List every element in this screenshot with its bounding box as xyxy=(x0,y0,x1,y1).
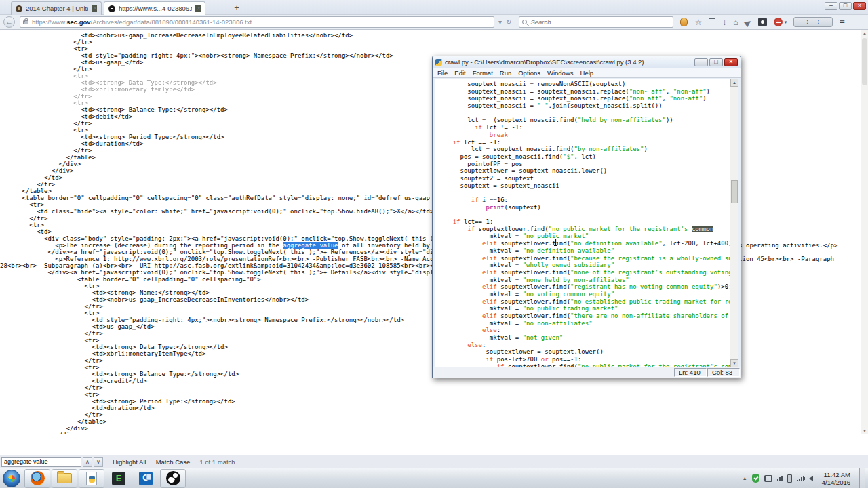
line-indicator: Ln: 410 xyxy=(674,368,707,377)
scroll-down-icon[interactable]: ▼ xyxy=(861,428,868,434)
taskbar-firefox-button[interactable] xyxy=(24,469,50,488)
idle-window-controls: – □ × xyxy=(694,58,738,66)
send-icon[interactable]: ▶ xyxy=(743,17,753,27)
taskbar: E O ▲ 11:42 AM 4/14/2016 xyxy=(0,468,868,488)
menu-edit[interactable]: Edit xyxy=(451,69,469,77)
back-button[interactable]: ← xyxy=(3,16,15,28)
code-editor[interactable]: souptext_noascii = removeNonASCII(soupte… xyxy=(435,79,738,367)
url-scheme: https://www. xyxy=(32,18,66,26)
minimize-button[interactable]: – xyxy=(694,58,708,66)
obs-icon xyxy=(166,471,180,485)
search-input[interactable] xyxy=(530,18,670,26)
menu-icon[interactable]: ≡ xyxy=(840,17,845,28)
clipboard-icon[interactable] xyxy=(709,18,715,26)
clock-date: 4/14/2016 xyxy=(822,479,850,486)
timer-widget[interactable]: --:--:-- xyxy=(793,17,832,27)
toolbar-icons: ☆ ↓ ⌂ ▶ ▾ --:--:-- ≡ xyxy=(680,17,844,28)
scroll-up-icon[interactable]: ▲ xyxy=(730,79,738,87)
find-status: 1 of 1 match xyxy=(199,458,235,466)
adblock-icon[interactable] xyxy=(774,18,783,26)
tab-title: https://www.s...4-023806.txt xyxy=(119,5,192,12)
taskbar-explorer-button[interactable] xyxy=(52,469,77,488)
desktop: 2014 Chapter 4 | United Sta... × https:/… xyxy=(0,0,868,488)
python-file-icon xyxy=(435,59,442,66)
menu-help[interactable]: Help xyxy=(577,69,597,77)
tab-close-icon[interactable]: × xyxy=(92,5,97,12)
volume-icon[interactable] xyxy=(809,476,813,481)
tab-chapter4[interactable]: 2014 Chapter 4 | United Sta... × xyxy=(11,1,102,15)
hidden-icons-button[interactable]: ▲ xyxy=(743,476,747,481)
url-bar[interactable]: https://www. sec.gov /Archives/edgar/dat… xyxy=(20,16,494,28)
scroll-up-icon[interactable]: ▲ xyxy=(861,30,868,37)
new-tab-button[interactable]: + xyxy=(229,3,244,13)
seal-favicon xyxy=(16,5,22,12)
browser-window-controls: – □ × xyxy=(825,2,866,10)
folder-icon xyxy=(57,473,72,483)
idle-window[interactable]: crawl.py - C:\Users\dmarcin\Dropbox\SEC\… xyxy=(432,56,741,378)
column-indicator: Col: 83 xyxy=(707,368,740,377)
show-desktop-button[interactable] xyxy=(859,468,865,488)
menu-file[interactable]: File xyxy=(434,69,451,77)
minimize-button[interactable]: – xyxy=(825,2,837,10)
addon-dark-icon[interactable] xyxy=(758,18,767,26)
page-scrollbar[interactable]: ▲ ▼ xyxy=(861,30,868,434)
find-next-button[interactable]: ∨ xyxy=(94,457,103,467)
system-tray: ▲ 11:42 AM 4/14/2016 xyxy=(743,468,868,488)
taskbar-obs-button[interactable] xyxy=(160,469,186,488)
close-button[interactable]: × xyxy=(853,2,866,10)
scrollbar-thumb[interactable] xyxy=(731,180,738,203)
bookmark-star-icon[interactable]: ☆ xyxy=(694,18,702,26)
downloadhelper-icon[interactable] xyxy=(680,18,688,26)
scroll-down-icon[interactable]: ▼ xyxy=(730,359,738,367)
search-icon xyxy=(522,20,527,24)
reload-icon[interactable]: ↻ xyxy=(506,18,511,26)
tab-title: 2014 Chapter 4 | United Sta... xyxy=(26,5,88,12)
url-dropdown-icon[interactable]: ▾ xyxy=(498,18,502,26)
menu-options[interactable]: Options xyxy=(515,69,544,77)
start-button[interactable] xyxy=(3,470,20,487)
document-favicon xyxy=(108,5,115,12)
clock-time: 11:42 AM xyxy=(822,471,850,479)
device-icon[interactable] xyxy=(787,474,792,483)
idle-menu-bar: File Edit Format Run Options Windows Hel… xyxy=(433,68,741,78)
navigation-toolbar: ← https://www. sec.gov /Archives/edgar/d… xyxy=(0,15,868,30)
find-previous-button[interactable]: ∧ xyxy=(83,457,92,467)
taskbar-outlook-button[interactable]: O xyxy=(133,469,159,488)
find-input[interactable] xyxy=(1,457,81,467)
scrollbar-thumb[interactable] xyxy=(862,38,867,85)
network-icon[interactable] xyxy=(764,475,772,482)
menu-run[interactable]: Run xyxy=(496,69,515,77)
idle-title-bar[interactable]: crawl.py - C:\Users\dmarcin\Dropbox\SEC\… xyxy=(433,56,741,68)
find-bar: ∧ ∨ Highlight All Match Case 1 of 1 matc… xyxy=(0,455,868,468)
downloads-icon[interactable]: ↓ xyxy=(722,18,726,26)
url-domain: sec.gov xyxy=(66,18,90,26)
menu-format[interactable]: Format xyxy=(469,69,496,77)
taskbar-editor-button[interactable]: E xyxy=(106,469,132,488)
close-button[interactable]: × xyxy=(724,58,738,66)
adblock-caret-icon[interactable]: ▾ xyxy=(785,20,787,25)
menu-windows[interactable]: Windows xyxy=(544,69,577,77)
tab-strip: 2014 Chapter 4 | United Sta... × https:/… xyxy=(0,0,868,15)
outlook-icon: O xyxy=(139,472,153,485)
restore-button[interactable]: □ xyxy=(839,2,852,10)
antivirus-shield-icon[interactable] xyxy=(752,474,760,483)
idle-status-bar: Ln: 410 Col: 83 xyxy=(433,367,741,378)
taskbar-idle-button[interactable] xyxy=(79,469,104,488)
python-file-icon xyxy=(86,472,97,485)
highlight-all-button[interactable]: Highlight All xyxy=(113,458,146,466)
search-bar[interactable] xyxy=(519,16,673,28)
match-case-button[interactable]: Match Case xyxy=(156,458,191,466)
home-icon[interactable]: ⌂ xyxy=(733,18,738,26)
tab-close-icon[interactable]: × xyxy=(195,5,201,12)
lock-icon xyxy=(23,20,28,24)
firefox-icon xyxy=(31,471,45,485)
editor-scrollbar[interactable]: ▲ ▼ xyxy=(730,79,738,367)
maximize-button[interactable]: □ xyxy=(709,58,723,66)
python-code: souptext_noascii = removeNonASCII(soupte… xyxy=(435,79,738,367)
editor-icon: E xyxy=(112,472,125,485)
taskbar-clock[interactable]: 11:42 AM 4/14/2016 xyxy=(818,471,854,486)
text-cursor xyxy=(553,237,558,249)
wifi-icon[interactable] xyxy=(777,476,783,481)
url-path: /Archives/edgar/data/881890/0001140361-1… xyxy=(91,18,252,26)
tab-sec-filing[interactable]: https://www.s...4-023806.txt × xyxy=(104,1,205,15)
